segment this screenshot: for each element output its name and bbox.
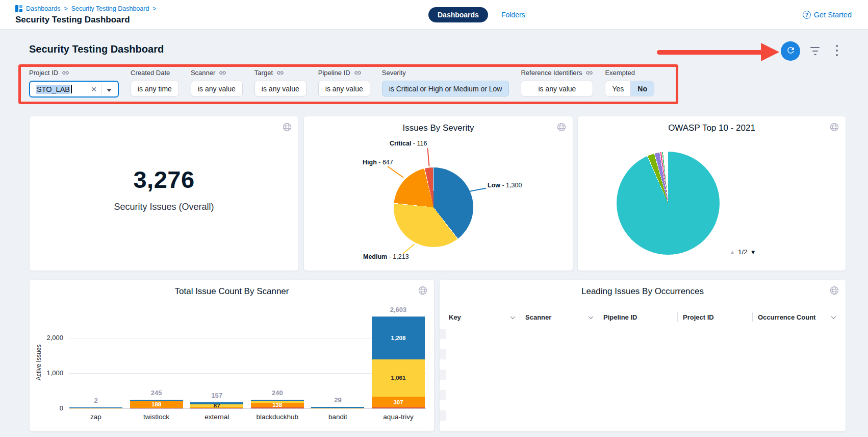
clear-icon[interactable]: ✕ (87, 85, 101, 93)
pie-leader-line (387, 166, 403, 178)
column-header-label: Occurrence Count (758, 313, 815, 321)
filter-pipeline-id-label: Pipeline ID (318, 69, 350, 77)
breadcrumb-dashboards[interactable]: Dashboards (26, 5, 60, 12)
stacked-bar-twistlock: 188 (130, 400, 183, 408)
link-icon[interactable] (585, 69, 593, 77)
globe-icon[interactable] (556, 122, 567, 134)
owasp-pie-chart (617, 152, 720, 255)
link-icon[interactable] (219, 69, 226, 77)
filter-created-date: Created Date is any time (131, 69, 179, 96)
created-date-value-button[interactable]: is any time (131, 81, 179, 96)
y-tick: 2,000 (33, 334, 63, 342)
link-icon[interactable] (276, 69, 284, 77)
exempted-yes-option[interactable]: Yes (605, 81, 630, 96)
globe-icon[interactable] (829, 122, 839, 134)
link-icon[interactable] (62, 69, 69, 77)
pie-leader-line (427, 148, 429, 166)
bar-segment-value: 1,208 (372, 335, 425, 341)
stacked-bar-bandit (311, 407, 364, 408)
page-up-icon[interactable]: ▲ (729, 249, 735, 256)
chevron-down-icon (107, 89, 112, 92)
bar-total-label: 245 (126, 389, 187, 397)
chevron-down-icon[interactable] (831, 314, 836, 319)
stacked-bar-aqua-trivy: 1,2081,061307 (372, 317, 425, 408)
project-id-value: STO_LAB (36, 85, 70, 94)
bar-segment-medium (69, 408, 122, 408)
refresh-button[interactable] (781, 41, 800, 61)
bar-segment-critical (251, 407, 304, 408)
bar-total-label: 240 (247, 389, 308, 397)
table-title: Leading Issues By Occurrences (440, 286, 846, 297)
tab-dashboards[interactable]: Dashboards (428, 7, 488, 22)
bar-segment-critical (130, 408, 183, 408)
pie-label-low: Low - 1,300 (488, 182, 522, 189)
scanner-value-button[interactable]: is any value (191, 81, 243, 96)
bar-segment-high: 138 (251, 403, 304, 408)
refresh-icon (786, 45, 796, 57)
chevron-down-icon[interactable] (510, 314, 516, 319)
link-icon[interactable] (354, 69, 362, 77)
severity-value-button[interactable]: is Critical or High or Medium or Low (382, 81, 509, 96)
globe-icon[interactable] (829, 285, 839, 298)
stacked-bar-zap (69, 407, 122, 408)
severity-pie-chart (394, 167, 473, 247)
filter-project-id-label: Project ID (29, 69, 58, 77)
exempted-no-option[interactable]: No (630, 81, 654, 96)
exempted-toggle: Yes No (605, 81, 654, 96)
page-down-icon[interactable]: ▼ (750, 249, 756, 256)
overall-issues-count: 3,276 (30, 165, 298, 193)
column-header-scanner[interactable]: Scanner (520, 312, 598, 322)
globe-icon[interactable] (282, 122, 292, 134)
bar-segment-high: 188 (130, 401, 183, 408)
reference-identifiers-value-button[interactable]: is any value (521, 81, 593, 96)
filter-target: Target is any value (254, 69, 307, 96)
bar-total-label: 157 (186, 392, 247, 399)
chevron-down-icon[interactable] (589, 314, 594, 319)
filter-severity: Severity is Critical or High or Medium o… (382, 69, 509, 96)
bar-total-label: 29 (307, 396, 368, 404)
bar-segment-value: 307 (372, 399, 425, 405)
filter-reference-identifiers-label: Reference Identifiers (521, 69, 582, 77)
filter-bar: Project ID STO_LAB ✕ Created Date is any… (29, 69, 654, 98)
pipeline-id-value-button[interactable]: is any value (318, 81, 370, 96)
bar-segment-value: 1,061 (372, 375, 425, 381)
y-axis-label: Active Issues (35, 334, 42, 391)
page: Dashboards > Security Testing Dashboard … (0, 0, 868, 437)
filter-project-id: Project ID STO_LAB ✕ (29, 69, 119, 98)
pie-label-high: High - 647 (363, 159, 393, 166)
top-header: Dashboards > Security Testing Dashboard … (0, 0, 868, 30)
chart-title: Issues By Severity (304, 123, 573, 133)
tile-issues-by-severity: Issues By Severity Critical - 116 High -… (304, 116, 573, 271)
get-started-link[interactable]: ? Get Started (803, 11, 852, 19)
tab-folders[interactable]: Folders (501, 11, 525, 19)
pie-label-critical: Critical - 116 (390, 140, 427, 147)
column-header-label: Scanner (525, 313, 551, 321)
y-tick: 0 (33, 404, 63, 412)
breadcrumb-current-dashboard[interactable]: Security Testing Dashboard (71, 5, 149, 12)
bar-segment-value: 188 (130, 401, 183, 407)
page-title: Security Testing Dashboard (15, 15, 130, 25)
chart-title: OWASP Top 10 - 2021 (578, 123, 846, 133)
tile-leading-issues-by-occurrences: Leading Issues By Occurrences KeyScanner… (440, 280, 846, 431)
filter-target-label: Target (254, 69, 273, 77)
column-header-key[interactable]: Key (444, 312, 520, 322)
table-header-row: KeyScannerPipeline IDProject IDOccurrenc… (444, 308, 841, 326)
column-header-occurrence-count[interactable]: Occurrence Count (753, 312, 840, 322)
y-tick: 1,000 (33, 369, 63, 377)
dashboard-title: Security Testing Dashboard (29, 43, 164, 55)
filter-scanner-label: Scanner (191, 69, 215, 77)
dashboard-options-menu-button[interactable] (833, 45, 840, 56)
breadcrumb-separator: > (152, 5, 156, 12)
project-id-dropdown-toggle[interactable] (101, 85, 114, 94)
project-id-input[interactable]: STO_LAB ✕ (29, 81, 119, 98)
filter-exempted-label: Exempted (605, 69, 635, 77)
dashboard-filter-button[interactable] (810, 47, 820, 55)
bar-total-label: 2 (65, 397, 126, 404)
bar-segment-high: 307 (372, 397, 425, 407)
bar-segment-medium (311, 408, 364, 408)
tile-total-issue-count-by-scanner: Total Issue Count By Scanner Active Issu… (30, 280, 434, 431)
stacked-bar-blackduckhub: 138 (251, 400, 304, 408)
target-value-button[interactable]: is any value (254, 81, 307, 96)
bar-segment-critical (190, 408, 243, 408)
help-question-icon: ? (803, 11, 811, 19)
